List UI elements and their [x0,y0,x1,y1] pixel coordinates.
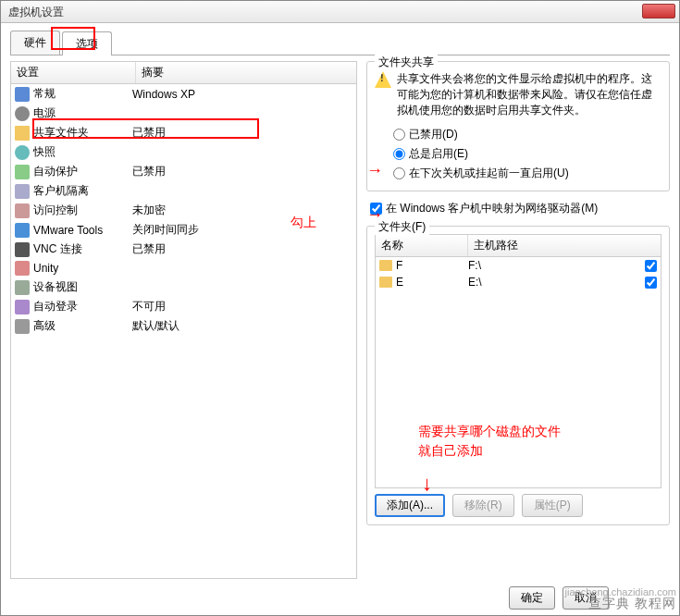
row-name: 共享文件夹 [33,125,89,141]
annotation-add-note: 需要共享哪个磁盘的文件 就自己添加 [418,422,561,461]
watermark-text: 查字典 教程网 [588,596,676,612]
row-name: 快照 [33,144,56,160]
share-legend: 文件夹共享 [375,55,438,70]
ok-button[interactable]: 确定 [509,586,555,610]
right-panel: 文件夹共享 共享文件夹会将您的文件显示给虚拟机中的程序。这可能为您的计算机和数据… [366,61,670,579]
folder-row[interactable]: EE:\ [376,274,661,290]
list-row[interactable]: 自动登录不可用 [11,297,356,316]
folder-icon [379,277,392,288]
row-summary: 默认/默认 [132,318,352,334]
add-button[interactable]: 添加(A)... [375,494,445,517]
folder-path: F:\ [468,259,645,272]
share-warning-text: 共享文件夹会将您的文件显示给虚拟机中的程序。这可能为您的计算机和数据带来风险。请… [397,71,661,117]
folder-row[interactable]: FF:\ [376,257,661,274]
folders-header: 名称 主机路径 [375,234,661,257]
row-icon [15,145,30,160]
row-icon [15,87,30,102]
radio-until-label: 在下次关机或挂起前一直启用(U) [409,166,569,181]
list-row[interactable]: 电源 [11,104,356,123]
remove-button[interactable]: 移除(R) [452,494,514,517]
folder-path: E:\ [468,276,645,289]
settings-list: 设置 摘要 常规Windows XP电源共享文件夹已禁用快照自动保护已禁用客户机… [10,61,357,579]
row-icon [15,242,30,257]
radio-until-row[interactable]: 在下次关机或挂起前一直启用(U) [375,164,661,183]
row-icon [15,300,30,314]
folder-checkbox[interactable] [645,260,657,272]
properties-button[interactable]: 属性(P) [522,494,583,517]
row-summary: 不可用 [132,299,352,314]
tab-options[interactable]: 选项 [62,31,112,55]
row-icon [15,184,30,199]
row-icon [15,165,30,179]
titlebar: 虚拟机设置 [1,1,679,23]
folders-header-path: 主机路径 [468,235,661,256]
row-icon [15,126,30,141]
row-icon [15,203,30,218]
folders-header-name: 名称 [376,235,468,256]
annotation-arrow-1: → [366,161,383,180]
row-icon [15,223,30,238]
folder-name: F [396,259,468,272]
radio-disabled-label: 已禁用(D) [409,127,458,142]
row-name: VMware Tools [33,224,103,237]
row-name: 访问控制 [33,203,78,218]
list-row[interactable]: 设备视图 [11,277,356,297]
radio-disabled-row[interactable]: 已禁用(D) [375,125,661,144]
list-header: 设置 摘要 [11,62,356,84]
row-name: 常规 [33,86,56,102]
tab-hardware[interactable]: 硬件 [10,31,60,55]
tab-bar: 硬件 选项 [10,31,670,55]
folder-icon [379,260,392,271]
radio-always-row[interactable]: 总是启用(E) [375,144,661,164]
header-summary: 摘要 [136,62,356,83]
row-icon [15,319,30,334]
list-row[interactable]: 客户机隔离 [11,181,356,201]
row-summary: 未加密 [132,203,352,218]
share-groupbox: 文件夹共享 共享文件夹会将您的文件显示给虚拟机中的程序。这可能为您的计算机和数据… [366,61,670,191]
map-drive-label: 在 Windows 客户机中映射为网络驱动器(M) [386,201,598,216]
row-name: 自动登录 [33,299,78,314]
radio-until[interactable] [393,167,405,179]
list-row[interactable]: 高级默认/默认 [11,316,356,336]
header-setting: 设置 [11,62,136,83]
row-name: 设备视图 [33,279,78,295]
row-name: 客户机隔离 [33,183,89,199]
annotation-arrow-down: ↓ [422,472,432,496]
list-row[interactable]: 快照 [11,142,356,162]
window-title: 虚拟机设置 [8,6,64,18]
folder-checkbox[interactable] [645,277,657,289]
folders-groupbox: 文件夹(F) 名称 主机路径 FF:\EE:\ 添加(A)... 移除(R) 属… [366,226,670,525]
row-icon [15,106,30,121]
vm-settings-window: 虚拟机设置 硬件 选项 设置 摘要 常规Windows XP电源共享文件夹已禁用… [0,0,680,616]
list-row[interactable]: 常规Windows XP [11,84,356,104]
folder-name: E [396,276,468,289]
row-summary: 已禁用 [132,125,352,141]
close-button[interactable] [642,4,675,18]
list-row[interactable]: 共享文件夹已禁用 [11,123,356,142]
radio-always-label: 总是启用(E) [409,146,468,162]
content-area: 硬件 选项 设置 摘要 常规Windows XP电源共享文件夹已禁用快照自动保护… [1,23,679,616]
row-name: 自动保护 [33,164,78,179]
row-name: Unity [33,262,58,275]
folder-buttons: 添加(A)... 移除(R) 属性(P) [375,494,661,517]
annotation-gou-shang: 勾上 [291,215,316,231]
map-drive-row[interactable]: 在 Windows 客户机中映射为网络驱动器(M) [366,199,670,218]
radio-disabled[interactable] [393,129,405,141]
row-name: 电源 [33,105,56,121]
list-row[interactable]: VNC 连接已禁用 [11,240,356,259]
row-summary: 已禁用 [132,241,352,257]
warning-icon [375,71,391,88]
row-name: 高级 [33,318,56,334]
row-name: VNC 连接 [33,241,82,257]
annotation-arrow-2: → [366,205,383,225]
row-summary: 关闭时间同步 [132,222,352,238]
row-icon [15,261,30,276]
row-icon [15,280,30,295]
list-row[interactable]: 自动保护已禁用 [11,162,356,181]
radio-always[interactable] [393,148,405,160]
row-summary: Windows XP [132,88,352,101]
list-row[interactable]: Unity [11,259,356,277]
row-summary: 已禁用 [132,164,352,179]
